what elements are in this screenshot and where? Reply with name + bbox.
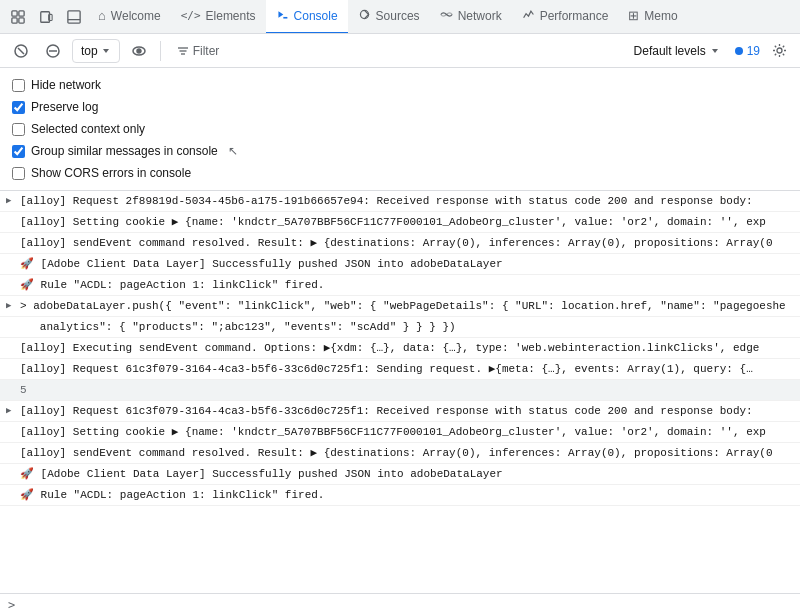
svg-rect-6 bbox=[68, 10, 80, 22]
tab-performance-label: Performance bbox=[540, 9, 609, 23]
settings-icon bbox=[772, 43, 787, 58]
device-toggle-btn[interactable] bbox=[32, 3, 60, 31]
dropdown-chevron bbox=[101, 46, 111, 56]
console-output[interactable]: [alloy] Request 2f89819d-5034-45b6-a175-… bbox=[0, 191, 800, 602]
levels-label: Default levels bbox=[634, 44, 706, 58]
option-group-similar: Group similar messages in console ↖ bbox=[12, 140, 788, 162]
console-settings-btn[interactable] bbox=[766, 38, 792, 64]
options-panel: Hide network Preserve log Selected conte… bbox=[0, 68, 800, 191]
console-line[interactable]: [alloy] Request 61c3f079-3164-4ca3-b5f6-… bbox=[0, 359, 800, 380]
block-btn[interactable] bbox=[40, 38, 66, 64]
toolbar-divider bbox=[160, 41, 161, 61]
console-input[interactable] bbox=[21, 599, 792, 611]
tab-sources[interactable]: Sources bbox=[348, 0, 430, 34]
levels-selector[interactable]: Default levels bbox=[625, 39, 729, 63]
tab-elements[interactable]: </> Elements bbox=[171, 0, 266, 34]
console-line[interactable]: 🚀 [Adobe Client Data Layer] Successfully… bbox=[0, 254, 800, 275]
inspect-icon-btn[interactable] bbox=[4, 3, 32, 31]
svg-marker-21 bbox=[712, 49, 718, 53]
svg-point-10 bbox=[360, 10, 368, 18]
svg-rect-3 bbox=[19, 17, 24, 22]
group-similar-label: Group similar messages in console bbox=[31, 144, 218, 158]
option-selected-context: Selected context only bbox=[12, 118, 788, 140]
tab-sources-label: Sources bbox=[376, 9, 420, 23]
console-line[interactable]: 🚀 Rule "ACDL: pageAction 1: linkClick" f… bbox=[0, 485, 800, 506]
tab-welcome-label: Welcome bbox=[111, 9, 161, 23]
tab-memo-label: Memo bbox=[644, 9, 677, 23]
hide-network-checkbox[interactable] bbox=[12, 79, 25, 92]
memo-icon: ⊞ bbox=[628, 8, 639, 23]
console-input-row: > bbox=[0, 593, 800, 615]
console-toolbar: top Filter Default levels 19 bbox=[0, 34, 800, 68]
console-line[interactable]: analytics": { "products": ";abc123", "ev… bbox=[0, 317, 800, 338]
context-label: top bbox=[81, 44, 98, 58]
option-preserve-log: Preserve log bbox=[12, 96, 788, 118]
svg-rect-1 bbox=[19, 10, 24, 15]
levels-chevron bbox=[710, 46, 720, 56]
selected-context-checkbox[interactable] bbox=[12, 123, 25, 136]
preserve-log-checkbox[interactable] bbox=[12, 101, 25, 114]
console-line[interactable]: [alloy] sendEvent command resolved. Resu… bbox=[0, 443, 800, 464]
svg-marker-15 bbox=[103, 49, 109, 53]
console-line[interactable]: 🚀 Rule "ACDL: pageAction 1: linkClick" f… bbox=[0, 275, 800, 296]
option-hide-network: Hide network bbox=[12, 74, 788, 96]
welcome-icon: ⌂ bbox=[98, 8, 106, 23]
console-prompt: > bbox=[8, 598, 15, 612]
dock-btn[interactable] bbox=[60, 3, 88, 31]
console-line[interactable]: [alloy] Setting cookie ▶ {name: 'kndctr_… bbox=[0, 212, 800, 233]
error-count: 19 bbox=[735, 44, 760, 58]
tab-performance[interactable]: Performance bbox=[512, 0, 619, 34]
hide-network-label: Hide network bbox=[31, 78, 101, 92]
filter-btn[interactable]: Filter bbox=[169, 39, 228, 63]
console-line[interactable]: 5 bbox=[0, 380, 800, 401]
tab-console-label: Console bbox=[294, 9, 338, 23]
console-line[interactable]: [alloy] Request 61c3f079-3164-4ca3-b5f6-… bbox=[0, 401, 800, 422]
clear-console-btn[interactable] bbox=[8, 38, 34, 64]
count-dot bbox=[735, 47, 743, 55]
network-icon bbox=[440, 8, 453, 24]
tab-welcome[interactable]: ⌂ Welcome bbox=[88, 0, 171, 34]
svg-rect-0 bbox=[12, 10, 17, 15]
svg-point-17 bbox=[137, 49, 141, 53]
filter-icon bbox=[177, 45, 189, 57]
tab-console[interactable]: Console bbox=[266, 0, 348, 34]
tab-elements-label: Elements bbox=[206, 9, 256, 23]
selected-context-label: Selected context only bbox=[31, 122, 145, 136]
eye-btn[interactable] bbox=[126, 38, 152, 64]
context-selector[interactable]: top bbox=[72, 39, 120, 63]
svg-point-22 bbox=[777, 48, 782, 53]
console-line[interactable]: 🚀 [Adobe Client Data Layer] Successfully… bbox=[0, 464, 800, 485]
console-line[interactable]: [alloy] Request 2f89819d-5034-45b6-a175-… bbox=[0, 191, 800, 212]
console-line[interactable]: [alloy] Executing sendEvent command. Opt… bbox=[0, 338, 800, 359]
sources-icon bbox=[358, 8, 371, 24]
tab-network-label: Network bbox=[458, 9, 502, 23]
preserve-log-label: Preserve log bbox=[31, 100, 98, 114]
tab-network[interactable]: Network bbox=[430, 0, 512, 34]
show-cors-checkbox[interactable] bbox=[12, 167, 25, 180]
devtools-tabs: ⌂ Welcome </> Elements Console Sources N… bbox=[0, 0, 800, 34]
count-value: 19 bbox=[747, 44, 760, 58]
console-line[interactable]: [alloy] sendEvent command resolved. Resu… bbox=[0, 233, 800, 254]
performance-icon bbox=[522, 8, 535, 24]
svg-line-12 bbox=[18, 48, 24, 54]
tab-memo[interactable]: ⊞ Memo bbox=[618, 0, 687, 34]
elements-icon: </> bbox=[181, 9, 201, 22]
filter-label: Filter bbox=[193, 44, 220, 58]
show-cors-label: Show CORS errors in console bbox=[31, 166, 191, 180]
console-line[interactable]: [alloy] Setting cookie ▶ {name: 'kndctr_… bbox=[0, 422, 800, 443]
svg-marker-8 bbox=[278, 11, 283, 18]
console-line[interactable]: > adobeDataLayer.push({ "event": "linkCl… bbox=[0, 296, 800, 317]
option-show-cors: Show CORS errors in console bbox=[12, 162, 788, 184]
console-icon bbox=[276, 8, 289, 24]
group-similar-checkbox[interactable] bbox=[12, 145, 25, 158]
svg-rect-2 bbox=[12, 17, 17, 22]
cursor-indicator: ↖ bbox=[228, 144, 238, 158]
